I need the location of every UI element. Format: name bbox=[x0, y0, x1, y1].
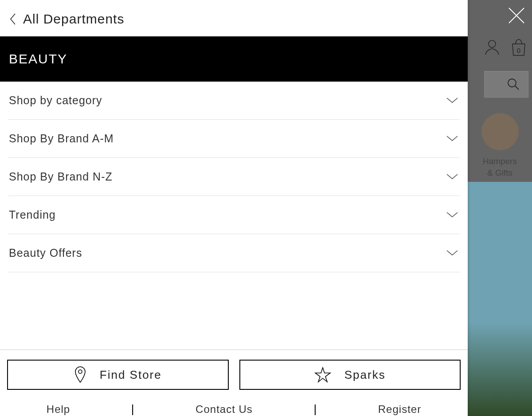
user-icon bbox=[483, 38, 501, 55]
pin-icon bbox=[74, 366, 86, 384]
footer-button-row: Find Store Sparks bbox=[7, 360, 461, 390]
promo-label: Hampers & Gifts bbox=[483, 156, 517, 178]
find-store-button[interactable]: Find Store bbox=[7, 360, 229, 390]
divider: | bbox=[131, 402, 135, 416]
close-icon bbox=[507, 6, 526, 25]
menu-item-brand-n-z[interactable]: Shop By Brand N-Z bbox=[8, 158, 460, 196]
promo-line2: & Gifts bbox=[487, 168, 512, 177]
chevron-down-icon bbox=[446, 94, 459, 107]
menu-item-label: Beauty Offers bbox=[9, 247, 82, 259]
search-icon bbox=[507, 78, 520, 91]
bag-count: 0 bbox=[509, 47, 528, 54]
svg-line-4 bbox=[515, 86, 519, 90]
chevron-down-icon bbox=[446, 170, 459, 183]
menu-scroll[interactable]: Shop by category Shop By Brand A-M Shop … bbox=[0, 82, 468, 349]
nav-panel: All Departments BEAUTY Shop by category … bbox=[0, 0, 468, 416]
chevron-left-icon bbox=[9, 12, 17, 26]
chevron-down-icon bbox=[446, 247, 459, 259]
menu-item-label: Shop By Brand A-M bbox=[9, 132, 114, 145]
footer-link-row: Help | Contact Us | Register bbox=[7, 400, 461, 416]
back-label: All Departments bbox=[23, 12, 124, 27]
menu-item-label: Shop By Brand N-Z bbox=[9, 170, 113, 183]
panel-footer: Find Store Sparks Help | Contact Us | Re… bbox=[0, 349, 468, 416]
menu-item-trending[interactable]: Trending bbox=[8, 196, 460, 234]
hero-image bbox=[468, 182, 532, 416]
header-icons: 0 bbox=[483, 38, 528, 57]
close-button[interactable] bbox=[505, 4, 528, 27]
svg-point-3 bbox=[508, 79, 516, 87]
sparks-button[interactable]: Sparks bbox=[239, 360, 461, 390]
register-link[interactable]: Register bbox=[378, 403, 421, 416]
back-all-departments[interactable]: All Departments bbox=[0, 0, 468, 36]
chevron-down-icon bbox=[446, 208, 459, 221]
svg-point-2 bbox=[489, 40, 496, 47]
search-bar[interactable] bbox=[484, 71, 528, 98]
menu-item-beauty-offers[interactable]: Beauty Offers bbox=[8, 234, 460, 272]
svg-point-5 bbox=[78, 370, 82, 373]
promo-line1: Hampers bbox=[483, 157, 517, 166]
category-title: BEAUTY bbox=[9, 51, 67, 66]
promo-tile-hampers[interactable]: Hampers & Gifts bbox=[468, 113, 532, 178]
menu-item-brand-a-m[interactable]: Shop By Brand A-M bbox=[8, 120, 460, 158]
divider: | bbox=[313, 402, 317, 416]
menu-item-label: Trending bbox=[9, 208, 56, 221]
help-link[interactable]: Help bbox=[47, 403, 70, 416]
menu-item-label: Shop by category bbox=[9, 94, 102, 107]
find-store-label: Find Store bbox=[100, 368, 162, 382]
bag-button[interactable]: 0 bbox=[509, 38, 528, 57]
promo-thumb bbox=[481, 113, 519, 150]
star-icon bbox=[314, 366, 331, 383]
menu-item-shop-by-category[interactable]: Shop by category bbox=[8, 82, 460, 120]
contact-link[interactable]: Contact Us bbox=[196, 403, 253, 416]
sparks-label: Sparks bbox=[344, 368, 386, 382]
account-button[interactable] bbox=[483, 38, 501, 57]
category-header: BEAUTY bbox=[0, 36, 468, 82]
svg-marker-6 bbox=[315, 368, 330, 382]
page-backdrop: 0 Hampers & Gifts bbox=[468, 0, 532, 416]
chevron-down-icon bbox=[446, 132, 459, 145]
